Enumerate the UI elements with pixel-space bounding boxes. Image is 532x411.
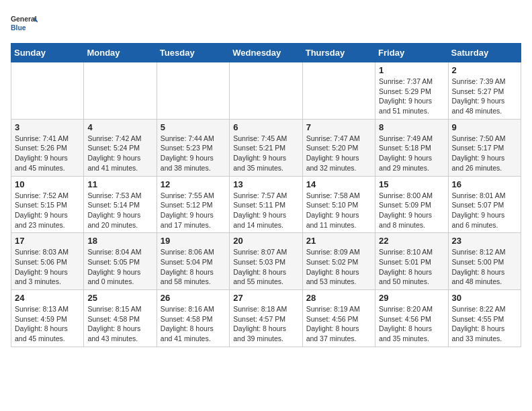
day-cell: 26Sunrise: 8:16 AMSunset: 4:58 PMDayligh… [157, 290, 229, 347]
day-cell: 13Sunrise: 7:57 AMSunset: 5:11 PMDayligh… [230, 176, 302, 233]
week-row-5: 24Sunrise: 8:13 AMSunset: 4:59 PMDayligh… [11, 290, 521, 347]
day-number: 2 [452, 65, 517, 75]
day-info: Sunrise: 8:10 AMSunset: 5:01 PMDaylight:… [379, 247, 444, 287]
day-cell: 10Sunrise: 7:52 AMSunset: 5:15 PMDayligh… [11, 176, 84, 233]
day-info: Sunrise: 8:18 AMSunset: 4:57 PMDaylight:… [233, 304, 298, 344]
day-cell [302, 62, 375, 120]
day-cell: 23Sunrise: 8:12 AMSunset: 5:00 PMDayligh… [448, 233, 521, 290]
weekday-wednesday: Wednesday [230, 44, 302, 62]
day-number: 17 [15, 236, 80, 246]
day-info: Sunrise: 8:20 AMSunset: 4:56 PMDaylight:… [379, 304, 444, 344]
day-info: Sunrise: 7:49 AMSunset: 5:18 PMDaylight:… [379, 134, 444, 173]
calendar-header: SundayMondayTuesdayWednesdayThursdayFrid… [11, 44, 521, 62]
day-number: 8 [379, 122, 444, 132]
calendar-body: 1Sunrise: 7:37 AMSunset: 5:29 PMDaylight… [11, 62, 521, 347]
day-cell: 2Sunrise: 7:39 AMSunset: 5:27 PMDaylight… [448, 62, 521, 120]
day-info: Sunrise: 8:01 AMSunset: 5:07 PMDaylight:… [452, 191, 517, 230]
day-info: Sunrise: 7:58 AMSunset: 5:10 PMDaylight:… [306, 191, 371, 230]
day-cell: 4Sunrise: 7:42 AMSunset: 5:24 PMDaylight… [84, 119, 157, 176]
day-info: Sunrise: 7:57 AMSunset: 5:11 PMDaylight:… [233, 191, 298, 230]
day-info: Sunrise: 8:00 AMSunset: 5:09 PMDaylight:… [379, 191, 444, 230]
day-number: 1 [379, 65, 444, 75]
header: General Blue [11, 11, 521, 38]
day-number: 21 [306, 236, 371, 246]
day-number: 14 [306, 179, 371, 189]
weekday-tuesday: Tuesday [157, 44, 229, 62]
day-info: Sunrise: 7:52 AMSunset: 5:15 PMDaylight:… [15, 191, 80, 230]
day-info: Sunrise: 8:19 AMSunset: 4:56 PMDaylight:… [306, 304, 371, 344]
day-cell: 12Sunrise: 7:55 AMSunset: 5:12 PMDayligh… [157, 176, 229, 233]
day-cell: 30Sunrise: 8:22 AMSunset: 4:55 PMDayligh… [448, 290, 521, 347]
day-number: 20 [233, 236, 298, 246]
day-number: 18 [87, 236, 152, 246]
day-number: 23 [452, 236, 517, 246]
day-cell: 24Sunrise: 8:13 AMSunset: 4:59 PMDayligh… [11, 290, 84, 347]
day-cell: 29Sunrise: 8:20 AMSunset: 4:56 PMDayligh… [375, 290, 448, 347]
day-info: Sunrise: 8:09 AMSunset: 5:02 PMDaylight:… [306, 247, 371, 287]
day-number: 9 [452, 122, 517, 132]
day-cell: 17Sunrise: 8:03 AMSunset: 5:06 PMDayligh… [11, 233, 84, 290]
day-cell: 14Sunrise: 7:58 AMSunset: 5:10 PMDayligh… [302, 176, 375, 233]
day-info: Sunrise: 7:39 AMSunset: 5:27 PMDaylight:… [452, 77, 517, 116]
day-info: Sunrise: 8:15 AMSunset: 4:58 PMDaylight:… [87, 304, 152, 344]
day-cell: 3Sunrise: 7:41 AMSunset: 5:26 PMDaylight… [11, 119, 84, 176]
day-number: 6 [233, 122, 298, 132]
weekday-sunday: Sunday [11, 44, 84, 62]
week-row-2: 3Sunrise: 7:41 AMSunset: 5:26 PMDaylight… [11, 119, 521, 176]
day-number: 24 [15, 293, 80, 303]
day-number: 27 [233, 293, 298, 303]
day-info: Sunrise: 7:37 AMSunset: 5:29 PMDaylight:… [379, 77, 444, 116]
day-number: 12 [161, 179, 226, 189]
day-info: Sunrise: 8:16 AMSunset: 4:58 PMDaylight:… [161, 304, 226, 344]
day-number: 22 [379, 236, 444, 246]
day-info: Sunrise: 7:53 AMSunset: 5:14 PMDaylight:… [87, 191, 152, 230]
day-number: 5 [161, 122, 226, 132]
weekday-row: SundayMondayTuesdayWednesdayThursdayFrid… [11, 44, 521, 62]
day-info: Sunrise: 8:22 AMSunset: 4:55 PMDaylight:… [452, 304, 517, 344]
day-cell [84, 62, 157, 120]
day-number: 19 [161, 236, 226, 246]
logo: General Blue [11, 11, 38, 38]
day-info: Sunrise: 8:03 AMSunset: 5:06 PMDaylight:… [15, 247, 80, 287]
weekday-thursday: Thursday [302, 44, 375, 62]
day-number: 26 [161, 293, 226, 303]
day-cell [230, 62, 302, 120]
svg-text:General: General [11, 15, 37, 23]
day-cell: 19Sunrise: 8:06 AMSunset: 5:04 PMDayligh… [157, 233, 229, 290]
day-cell: 18Sunrise: 8:04 AMSunset: 5:05 PMDayligh… [84, 233, 157, 290]
calendar: SundayMondayTuesdayWednesdayThursdayFrid… [11, 43, 521, 347]
day-number: 3 [15, 122, 80, 132]
day-number: 11 [87, 179, 152, 189]
day-cell: 28Sunrise: 8:19 AMSunset: 4:56 PMDayligh… [302, 290, 375, 347]
day-cell: 8Sunrise: 7:49 AMSunset: 5:18 PMDaylight… [375, 119, 448, 176]
logo-icon: General Blue [11, 11, 38, 38]
day-cell [11, 62, 84, 120]
week-row-1: 1Sunrise: 7:37 AMSunset: 5:29 PMDaylight… [11, 62, 521, 120]
day-number: 25 [87, 293, 152, 303]
day-cell [157, 62, 229, 120]
day-number: 4 [87, 122, 152, 132]
day-number: 7 [306, 122, 371, 132]
day-info: Sunrise: 8:06 AMSunset: 5:04 PMDaylight:… [161, 247, 226, 287]
weekday-saturday: Saturday [448, 44, 521, 62]
week-row-4: 17Sunrise: 8:03 AMSunset: 5:06 PMDayligh… [11, 233, 521, 290]
day-cell: 11Sunrise: 7:53 AMSunset: 5:14 PMDayligh… [84, 176, 157, 233]
day-number: 28 [306, 293, 371, 303]
day-cell: 7Sunrise: 7:47 AMSunset: 5:20 PMDaylight… [302, 119, 375, 176]
day-info: Sunrise: 7:41 AMSunset: 5:26 PMDaylight:… [15, 134, 80, 173]
week-row-3: 10Sunrise: 7:52 AMSunset: 5:15 PMDayligh… [11, 176, 521, 233]
day-cell: 6Sunrise: 7:45 AMSunset: 5:21 PMDaylight… [230, 119, 302, 176]
day-number: 29 [379, 293, 444, 303]
day-info: Sunrise: 7:44 AMSunset: 5:23 PMDaylight:… [161, 134, 226, 173]
day-info: Sunrise: 8:04 AMSunset: 5:05 PMDaylight:… [87, 247, 152, 287]
day-info: Sunrise: 7:50 AMSunset: 5:17 PMDaylight:… [452, 134, 517, 173]
day-number: 16 [452, 179, 517, 189]
day-info: Sunrise: 7:55 AMSunset: 5:12 PMDaylight:… [161, 191, 226, 230]
day-cell: 20Sunrise: 8:07 AMSunset: 5:03 PMDayligh… [230, 233, 302, 290]
day-cell: 9Sunrise: 7:50 AMSunset: 5:17 PMDaylight… [448, 119, 521, 176]
day-number: 30 [452, 293, 517, 303]
day-cell: 22Sunrise: 8:10 AMSunset: 5:01 PMDayligh… [375, 233, 448, 290]
day-info: Sunrise: 8:07 AMSunset: 5:03 PMDaylight:… [233, 247, 298, 287]
day-info: Sunrise: 7:45 AMSunset: 5:21 PMDaylight:… [233, 134, 298, 173]
day-cell: 1Sunrise: 7:37 AMSunset: 5:29 PMDaylight… [375, 62, 448, 120]
